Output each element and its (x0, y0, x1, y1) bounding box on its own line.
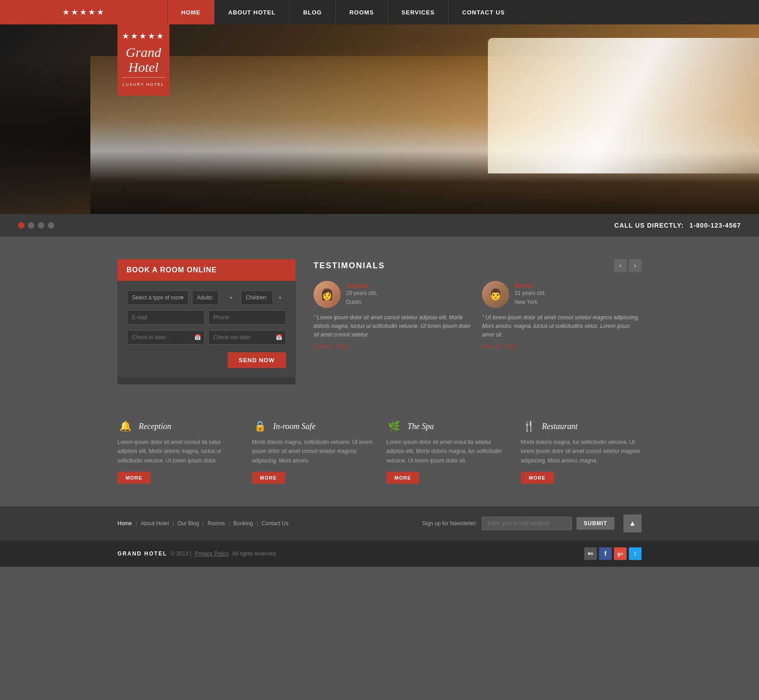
feature-item-3: 🍴 Restaurant Morbi doloris magna, luc so… (521, 420, 642, 484)
feature-item-1: 🔒 In-room Safe Morbi doloris magna, soll… (252, 420, 373, 484)
slider-dot-2[interactable] (28, 222, 34, 229)
checkout-input[interactable] (208, 330, 286, 345)
footer-nav: Home|About Hotel|Our Blog|Rooms|Booking|… (0, 506, 759, 541)
footer-sep-2: | (173, 520, 174, 527)
person-name-0: Virginia, (346, 282, 377, 289)
hero-section: ★★★★★ GrandHotel LUXURY HOTEL (0, 24, 759, 214)
hotel-name: GrandHotel (122, 45, 165, 75)
testimonial-person-0: 👩 Virginia, 29 years old,Dublin (314, 281, 473, 308)
slider-dot-3[interactable] (38, 222, 44, 229)
feature-text-2: Lorem ipsum dolor sit amet onsul ita set… (386, 438, 507, 465)
feature-more-button-2[interactable]: MORE (386, 472, 419, 484)
newsletter-submit-button[interactable]: SUBMIT (576, 517, 614, 530)
nav-item-rooms[interactable]: ROOMS (335, 0, 387, 24)
footer-link-our-blog[interactable]: Our Blog (178, 520, 199, 527)
footer-links: Home|About Hotel|Our Blog|Rooms|Booking|… (117, 520, 288, 527)
testimonials-section: TESTIMONIALS ‹ › 👩 Virginia, 29 years ol… (314, 259, 642, 384)
slider-dots (18, 222, 54, 229)
feature-icon-2: 🌿 (386, 420, 402, 432)
testimonial-text-0: " Lorem ipsum dolor sit amet consol sete… (314, 313, 473, 340)
booking-footer-bar (117, 378, 295, 384)
testimonial-next-button[interactable]: › (629, 259, 642, 272)
checkin-input[interactable] (127, 330, 205, 345)
feature-icon-1: 🔒 (252, 420, 268, 432)
feature-icon-0: 🔔 (117, 420, 133, 432)
footer-policy-link[interactable]: Privacy Policy (195, 551, 229, 557)
avatar-0: 👩 (314, 281, 341, 308)
nav-item-services[interactable]: SERVICES (388, 0, 449, 24)
avatar-1: 👨 (482, 281, 509, 308)
footer-link-contact-us[interactable]: Contact Us (262, 520, 288, 527)
testimonial-item-1: 👨 Martin, 31 years old,New York " Ut lor… (482, 281, 642, 350)
footer-copy: © 2013 | (171, 551, 191, 557)
logo-stars: ★★★★★ (122, 31, 165, 41)
footer-rights: All rights reserved. (232, 551, 277, 557)
feature-header-2: 🌿 The Spa (386, 420, 507, 432)
person-info-1: 31 years old,New York (515, 289, 546, 306)
feature-more-button-1[interactable]: MORE (252, 472, 285, 484)
feature-header-0: 🔔 Reception (117, 420, 239, 432)
main-content: BOOK A ROOM ONLINE Select a type of room… (0, 237, 759, 407)
luxury-tagline: LUXURY HOTEL (122, 82, 165, 87)
children-select-arrow: ▼ (278, 295, 282, 300)
send-button[interactable]: SEND NOW (228, 352, 286, 368)
feature-more-button-3[interactable]: MORE (521, 472, 554, 484)
room-type-select[interactable]: Select a type of room (127, 290, 188, 305)
testimonials-grid: 👩 Virginia, 29 years old,Dublin " Lorem … (314, 281, 642, 350)
adults-select[interactable]: Adults: (192, 290, 219, 305)
testimonial-date-0: June 22, 2013 (314, 343, 473, 350)
testimonials-header: TESTIMONIALS ‹ › (314, 259, 642, 272)
checkout-wrapper: 📅 (208, 330, 286, 345)
person-name-1: Martin, (515, 282, 546, 289)
nav-item-blog[interactable]: BLOG (289, 0, 336, 24)
nav-item-about-hotel[interactable]: ABOUT HOTEL (214, 0, 289, 24)
footer-sep-4: | (228, 520, 230, 527)
booking-row-room: Select a type of room ▼ Adults: ▼ Childr… (127, 290, 286, 305)
nav-item-home[interactable]: HOME (167, 0, 214, 24)
children-select-wrapper: Children: ▼ (241, 290, 286, 305)
footer-brand: GRAND HOTEL (117, 551, 167, 557)
call-phone: 1-800-123-4567 (689, 222, 741, 229)
twitter-icon[interactable]: t (629, 547, 642, 560)
facebook-icon[interactable]: f (599, 547, 612, 560)
hotel-logo-card: ★★★★★ GrandHotel LUXURY HOTEL (117, 24, 169, 96)
footer-link-home[interactable]: Home (117, 520, 132, 527)
phone-input[interactable] (208, 310, 286, 325)
nav-item-contact-us[interactable]: CONTACT US (448, 0, 518, 24)
feature-item-0: 🔔 Reception Lorem ipsum dolor sit amet c… (117, 420, 239, 484)
footer-link-about-hotel[interactable]: About Hotel (141, 520, 169, 527)
newsletter-section: Sign up for Newsletter: SUBMIT (422, 517, 614, 530)
features-section: 🔔 Reception Lorem ipsum dolor sit amet c… (0, 407, 759, 506)
newsletter-label: Sign up for Newsletter: (422, 520, 477, 527)
testimonials-title: TESTIMONIALS (314, 261, 614, 271)
checkin-wrapper: 📅 (127, 330, 205, 345)
booking-body: Select a type of room ▼ Adults: ▼ Childr… (117, 281, 295, 378)
booking-header: BOOK A ROOM ONLINE (117, 259, 295, 281)
nav-items: HOMEABOUT HOTELBLOGROOMSSERVICESCONTACT … (167, 0, 759, 24)
feature-title-1: In-room Safe (273, 422, 316, 431)
person-info-0: 29 years old,Dublin (346, 289, 377, 306)
testimonial-text-1: " Ut lorem ipsum dolor sit amet consol s… (482, 313, 642, 340)
stars-rating: ★★★★★ (62, 7, 105, 17)
feature-more-button-0[interactable]: MORE (117, 472, 150, 484)
scroll-top-button[interactable]: ▲ (623, 514, 642, 532)
googleplus-icon[interactable]: g+ (614, 547, 627, 560)
booking-submit-row: SEND NOW (127, 350, 286, 368)
slider-dot-1[interactable] (18, 222, 24, 229)
footer-bottom: GRAND HOTEL © 2013 | Privacy Policy All … (0, 541, 759, 567)
flickr-icon[interactable] (584, 547, 597, 560)
footer-link-booking[interactable]: Booking (234, 520, 253, 527)
newsletter-input[interactable] (482, 517, 572, 530)
testimonial-prev-button[interactable]: ‹ (614, 259, 627, 272)
booking-title: BOOK A ROOM ONLINE (126, 266, 217, 274)
slider-dot-4[interactable] (48, 222, 54, 229)
footer-sep-3: | (202, 520, 204, 527)
testimonial-date-1: June 22, 2013 (482, 343, 642, 350)
adults-select-wrapper: Adults: ▼ (192, 290, 237, 305)
footer-link-rooms[interactable]: Rooms (207, 520, 225, 527)
logo-stars-box: ★★★★★ (0, 0, 167, 24)
feature-title-2: The Spa (408, 422, 434, 431)
email-input[interactable] (127, 310, 205, 325)
children-select[interactable]: Children: (241, 290, 273, 305)
navbar: ★★★★★ HOMEABOUT HOTELBLOGROOMSSERVICESCO… (0, 0, 759, 24)
